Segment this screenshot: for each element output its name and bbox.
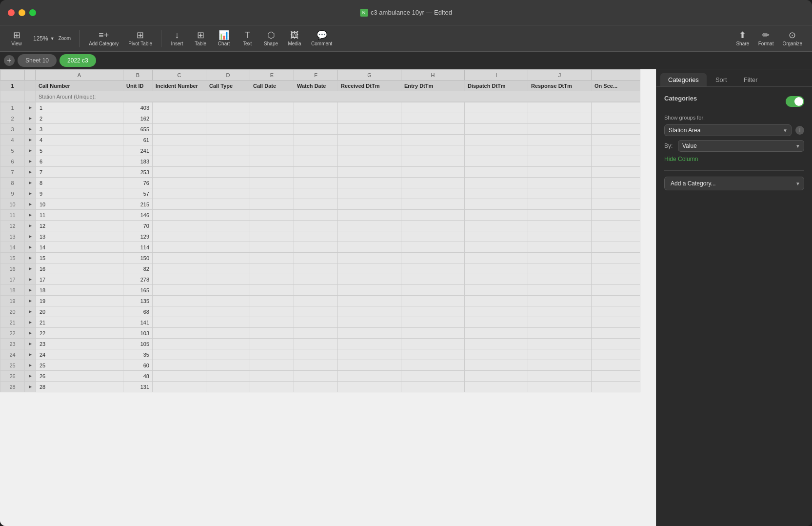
expand-cell[interactable]: ▶ xyxy=(25,242,36,253)
col-h-header[interactable]: H xyxy=(401,70,465,81)
expand-cell[interactable]: ▶ xyxy=(25,188,36,199)
expand-cell[interactable]: ▶ xyxy=(25,296,36,306)
empty-cell xyxy=(592,199,640,210)
empty-cell xyxy=(592,371,640,382)
expand-cell[interactable]: ▶ xyxy=(25,285,36,296)
by-select[interactable]: Value Count Sum xyxy=(678,140,804,152)
col-a-header[interactable]: A xyxy=(36,70,123,81)
expand-cell[interactable]: ▶ xyxy=(25,371,36,382)
expand-cell[interactable]: ▶ xyxy=(25,145,36,156)
count-cell: 165 xyxy=(123,285,153,296)
minimize-button[interactable] xyxy=(19,9,25,16)
format-label: Format xyxy=(758,41,774,46)
group-label-cell: 15 xyxy=(36,253,123,263)
add-category-button[interactable]: ≡+ Add Category xyxy=(85,29,122,48)
empty-cell xyxy=(465,263,528,274)
col-c-header[interactable]: C xyxy=(153,70,206,81)
count-cell: 141 xyxy=(123,317,153,328)
empty-cell xyxy=(294,349,338,360)
group-label-cell: 4 xyxy=(36,135,123,145)
maximize-button[interactable] xyxy=(29,9,36,16)
add-sheet-button[interactable]: + xyxy=(4,55,15,66)
expand-cell[interactable]: ▶ xyxy=(25,253,36,263)
expand-cell[interactable]: ▶ xyxy=(25,339,36,349)
col-f-header[interactable]: F xyxy=(294,70,338,81)
table-container[interactable]: A B C D E F G H I J xyxy=(0,69,656,526)
table-row: 14▶14114 xyxy=(0,242,640,253)
empty-cell xyxy=(592,231,640,242)
col-k-header[interactable] xyxy=(592,70,640,81)
expand-cell[interactable]: ▶ xyxy=(25,263,36,274)
expand-cell[interactable]: ▶ xyxy=(25,102,36,113)
count-cell: 57 xyxy=(123,188,153,199)
expand-cell[interactable]: ▶ xyxy=(25,274,36,285)
empty-cell xyxy=(206,339,250,349)
expand-cell[interactable]: ▶ xyxy=(25,382,36,392)
expand-cell[interactable]: ▶ xyxy=(25,210,36,221)
expand-cell[interactable]: ▶ xyxy=(25,231,36,242)
empty-cell xyxy=(592,135,640,145)
share-button[interactable]: ⬆ Share xyxy=(732,29,753,48)
expand-cell[interactable]: ▶ xyxy=(25,124,36,135)
col-i-header[interactable]: I xyxy=(465,70,528,81)
expand-cell[interactable]: ▶ xyxy=(25,135,36,145)
empty-cell xyxy=(401,199,465,210)
tab-sort[interactable]: Sort xyxy=(708,73,735,86)
col-e-header[interactable]: E xyxy=(250,70,294,81)
insert-button[interactable]: ↓ Insert xyxy=(166,29,188,48)
expand-cell[interactable]: ▶ xyxy=(25,328,36,339)
empty-cell xyxy=(465,274,528,285)
empty-cell xyxy=(294,263,338,274)
pivot-table-button[interactable]: ⊞ Pivot Table xyxy=(124,29,156,48)
close-button[interactable] xyxy=(8,9,15,16)
expand-cell[interactable]: ▶ xyxy=(25,156,36,167)
zoom-control[interactable]: 125% ▼ Zoom xyxy=(29,33,75,44)
hide-column-link[interactable]: Hide Column xyxy=(664,156,804,162)
group-by-info-button[interactable]: i xyxy=(795,126,804,135)
expand-cell[interactable]: ▶ xyxy=(25,349,36,360)
table-button[interactable]: ⊞ Table xyxy=(190,29,211,48)
empty-cell xyxy=(592,102,640,113)
empty-cell xyxy=(465,242,528,253)
col-g-header[interactable]: G xyxy=(338,70,401,81)
shape-button[interactable]: ⬡ Shape xyxy=(260,29,282,48)
empty-cell xyxy=(206,124,250,135)
view-button[interactable]: ⊞ View xyxy=(6,29,27,48)
table-row: 2▶2162 xyxy=(0,113,640,124)
categories-toggle[interactable] xyxy=(786,96,804,107)
expand-cell[interactable]: ▶ xyxy=(25,306,36,317)
expand-cell[interactable]: ▶ xyxy=(25,113,36,124)
empty-cell xyxy=(294,371,338,382)
empty-cell xyxy=(206,296,250,306)
expand-cell[interactable]: ▶ xyxy=(25,360,36,371)
expand-cell[interactable]: ▶ xyxy=(25,167,36,178)
empty-cell xyxy=(592,145,640,156)
text-button[interactable]: T Text xyxy=(237,29,258,48)
tab-categories[interactable]: Categories xyxy=(660,73,707,86)
empty-cell xyxy=(338,242,401,253)
expand-cell[interactable]: ▶ xyxy=(25,178,36,188)
group-by-select[interactable]: Station Area Call Type Unit ID xyxy=(664,124,792,136)
tab-filter[interactable]: Filter xyxy=(736,73,766,86)
expand-cell[interactable]: ▶ xyxy=(25,317,36,328)
expand-cell[interactable]: ▶ xyxy=(25,199,36,210)
empty-cell xyxy=(465,296,528,306)
empty-cell xyxy=(153,199,206,210)
sheet-tab-1[interactable]: 2022 c3 xyxy=(59,54,96,67)
comment-button[interactable]: 💬 Comment xyxy=(307,29,336,48)
empty-cell xyxy=(338,113,401,124)
col-b-header[interactable]: B xyxy=(123,70,153,81)
empty-cell xyxy=(528,328,592,339)
chart-button[interactable]: 📊 Chart xyxy=(213,29,235,48)
col-j-header[interactable]: J xyxy=(528,70,592,81)
format-button[interactable]: ✏ Format xyxy=(754,29,778,48)
add-category-select[interactable]: Add a Category... xyxy=(664,177,804,190)
organize-button[interactable]: ⊙ Organize xyxy=(778,29,806,48)
table-row: 21▶21141 xyxy=(0,317,640,328)
empty-cell xyxy=(528,296,592,306)
col-d-header[interactable]: D xyxy=(206,70,250,81)
expand-cell[interactable]: ▶ xyxy=(25,221,36,231)
empty-cell xyxy=(206,360,250,371)
sheet-tab-0[interactable]: Sheet 10 xyxy=(18,54,57,67)
media-button[interactable]: 🖼 Media xyxy=(284,29,305,48)
